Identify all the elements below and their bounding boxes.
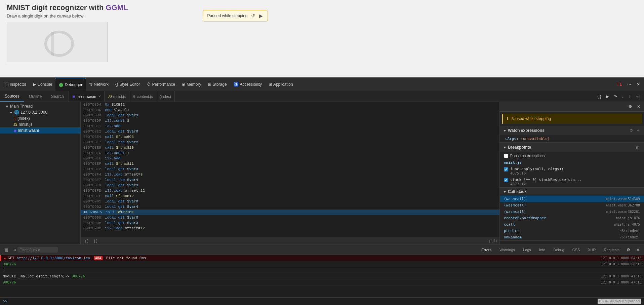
- console-line-908776-1: 908776 127.0.0.1:8000:66:13: [0, 261, 644, 267]
- error-count-badge[interactable]: ! 1: [615, 81, 625, 88]
- console-filter-input[interactable]: [17, 247, 58, 253]
- bp-item-2[interactable]: stack !== 0) stackRestore(sta... 4877:12: [500, 177, 644, 187]
- tab-inspector[interactable]: ⬚ Inspector: [1, 78, 30, 91]
- file-tab-js-label: mnist.js: [113, 94, 126, 99]
- console-warnings-tab[interactable]: Warnings: [497, 247, 518, 253]
- bp-checkbox-1[interactable]: [504, 167, 508, 171]
- tree-item-main-thread[interactable]: ▼ Main Thread: [0, 103, 80, 109]
- cs-item-6[interactable]: onRandom 75:(index): [500, 234, 644, 240]
- bp-item-1[interactable]: func.apply(null, cArgs); 4875:16: [500, 166, 644, 177]
- tab-search[interactable]: Search: [46, 91, 69, 102]
- canvas-area[interactable]: [7, 22, 108, 62]
- watch-name: cArgs:: [505, 137, 521, 141]
- watch-expressions-header[interactable]: ▼ Watch expressions ↺ +: [500, 126, 644, 135]
- console-css-tab[interactable]: CSS: [570, 247, 583, 253]
- play-pause-button[interactable]: ▶: [604, 93, 611, 100]
- pause-notice: ℹ Paused while stepping: [502, 114, 642, 124]
- pause-exceptions-checkbox[interactable]: [504, 154, 508, 158]
- html-file-icon: ◻: [13, 117, 16, 120]
- cs-item-4[interactable]: ccall mnist.js:4875: [500, 221, 644, 228]
- devtools-more-button[interactable]: ⋯: [625, 81, 634, 88]
- code-line: 0007D8E7 local.tee $var2: [81, 140, 499, 145]
- console-requests-tab[interactable]: Requests: [601, 247, 622, 253]
- tab-outline[interactable]: Outline: [24, 91, 46, 102]
- code-line: 0007D908 local.get $var0: [81, 215, 499, 220]
- tab-sources[interactable]: Sources: [0, 91, 24, 102]
- resume-button[interactable]: ▶: [258, 12, 264, 19]
- breakpoints-header[interactable]: ▼ Breakpoints 🗑: [500, 143, 644, 152]
- tab-debugger[interactable]: ⬤ Debugger: [55, 78, 86, 91]
- tree-item-server[interactable]: ▼ 🌐 127.0.0.1:8000: [0, 109, 80, 115]
- pause-banner-text: Paused while stepping: [207, 13, 247, 18]
- watch-add-button[interactable]: +: [636, 127, 641, 134]
- step-over-button[interactable]: ↷: [612, 93, 619, 100]
- cs-item-0[interactable]: (wasmcall) mnist.wasm:514309: [500, 196, 644, 202]
- bp-checkbox-2[interactable]: [504, 178, 508, 182]
- tab-storage[interactable]: ⊞ Storage: [205, 78, 230, 91]
- favicon-link[interactable]: http://127.0.0.1:8000/favicon.ico: [17, 256, 90, 260]
- watch-refresh-button[interactable]: ↺: [628, 127, 634, 134]
- cs-name-2: (wasmcall): [504, 209, 548, 214]
- tree-item-mnist-js[interactable]: JS mnist.js: [0, 121, 80, 127]
- debugger-controls: { } ▶ ↷ ↓ ↑ →|: [594, 93, 644, 100]
- cs-item-5[interactable]: predict 48:(index): [500, 228, 644, 234]
- console-xhr-tab[interactable]: XHR: [585, 247, 598, 253]
- tree-item-index-html[interactable]: ◻ (index): [0, 115, 80, 121]
- memory-icon: ◉: [182, 82, 185, 87]
- step-in-button[interactable]: ↓: [620, 93, 626, 100]
- svg-rect-2: [51, 32, 54, 55]
- pause-exceptions-row: Pause on exceptions: [500, 152, 644, 159]
- tab-style-editor[interactable]: {} Style Editor: [112, 78, 143, 91]
- console-info-tab[interactable]: Info: [536, 247, 548, 253]
- tab-memory-label: Memory: [187, 82, 201, 87]
- call-stack-header[interactable]: ▼ Call stack: [500, 188, 644, 196]
- console-output-malloc: Module._malloc(digit.length)-> 908776: [3, 274, 601, 278]
- file-tree: ▼ Main Thread ▼ 🌐 127.0.0.1:8000 ◻ (inde…: [0, 102, 81, 244]
- cs-location-4: mnist.js:4875: [614, 223, 640, 226]
- cs-item-2[interactable]: (wasmcall) mnist.wasm:362261: [500, 208, 644, 215]
- filter-icon: ⊿: [13, 247, 16, 252]
- pretty-print-button[interactable]: { }: [83, 238, 90, 244]
- format-button[interactable]: { }: [596, 93, 603, 100]
- close-panel-button[interactable]: ✕: [635, 103, 642, 110]
- devtools-close-button[interactable]: ✕: [634, 81, 643, 88]
- tab-performance[interactable]: ⏱ Performance: [144, 78, 179, 91]
- console-close-button[interactable]: ✕: [635, 246, 641, 253]
- bp-clear-button[interactable]: 🗑: [634, 144, 641, 150]
- tab-console[interactable]: ▶ Console: [30, 78, 55, 91]
- file-tab-index[interactable]: (index): [156, 91, 175, 102]
- console-errors-tab[interactable]: Errors: [479, 247, 494, 253]
- code-line: 0007D8E2 local.get $var0: [81, 129, 499, 134]
- code-line: 0007D8EE i32.add: [81, 156, 499, 161]
- watch-actions: ↺ +: [628, 127, 641, 134]
- step-back-button[interactable]: ↺: [250, 12, 256, 19]
- source-map-button[interactable]: { }: [92, 238, 99, 244]
- file-tab-close-wasm[interactable]: ✕: [98, 94, 101, 98]
- more-icon: ⋯: [627, 82, 631, 87]
- tab-memory[interactable]: ◉ Memory: [178, 78, 204, 91]
- watermark: CSDN @FakeOccupational: [598, 299, 641, 304]
- cs-location-6: 75:(index): [620, 235, 640, 239]
- step-out-button[interactable]: ↑: [627, 93, 632, 100]
- tab-network[interactable]: ⇅ Network: [86, 78, 112, 91]
- file-tab-content-js[interactable]: ⊕ content.js: [129, 91, 156, 102]
- close-icon: ✕: [637, 82, 640, 87]
- bp-item-2-content: stack !== 0) stackRestore(sta... 4877:12: [510, 178, 581, 186]
- code-editor[interactable]: 0007D8D4 0x $10B12 0007D8DC end $label1 …: [81, 102, 499, 237]
- tree-item-mnist-wasm[interactable]: ▣ mnist.wasm: [0, 127, 80, 134]
- tab-accessibility[interactable]: ♿ Accessibility: [230, 78, 265, 91]
- file-tab-mnist-wasm[interactable]: ▣ mnist.wasm ✕: [69, 91, 105, 102]
- console-settings-button[interactable]: ⚙: [625, 246, 632, 253]
- console-logs-tab[interactable]: Logs: [520, 247, 534, 253]
- step-to-cursor[interactable]: →|: [634, 93, 642, 100]
- tab-application[interactable]: ⊞ Application: [265, 78, 296, 91]
- console-debug-tab[interactable]: Debug: [551, 247, 567, 253]
- file-tab-mnist-js[interactable]: JS mnist.js: [105, 91, 129, 102]
- code-line: 0007D8E1 i32.add: [81, 123, 499, 129]
- code-line: 0007D8DC end $label1: [81, 107, 499, 113]
- settings-button[interactable]: ⚙: [627, 103, 634, 110]
- console-clear-button[interactable]: 🗑: [3, 246, 10, 253]
- ggml-link[interactable]: GGML: [106, 3, 128, 12]
- cs-item-3[interactable]: createExportWrapper mnist.js:876: [500, 215, 644, 221]
- cs-item-1[interactable]: (wasmcall) mnist.wasm:362788: [500, 202, 644, 208]
